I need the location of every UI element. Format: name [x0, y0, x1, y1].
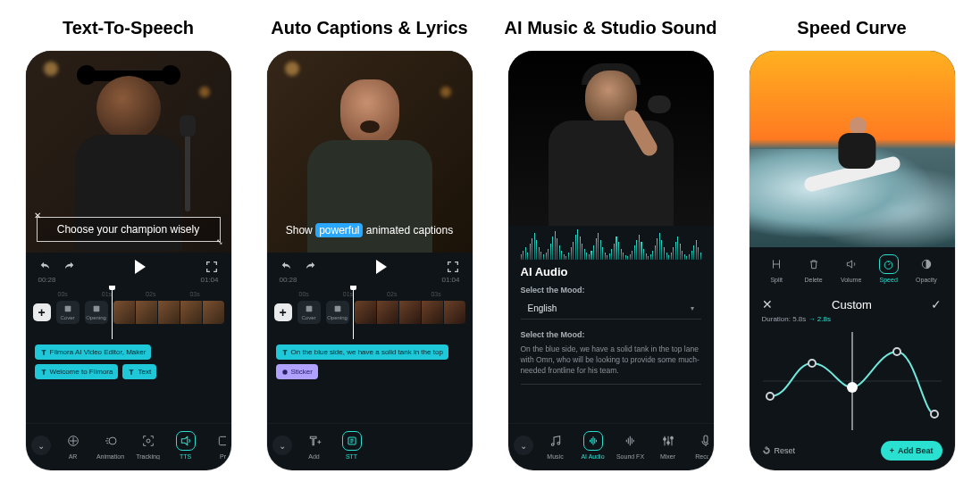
split-tool[interactable]: Split: [766, 254, 786, 283]
caption-overlay: Show powerful animated captions: [278, 219, 462, 242]
svg-rect-6: [306, 306, 312, 312]
svg-point-4: [147, 439, 150, 443]
time-current: 00:28: [38, 276, 56, 284]
timeline[interactable]: 00s01s02s03s + Cover Opening: [267, 286, 473, 339]
preset-tool[interactable]: Pr: [206, 431, 226, 460]
opacity-tool[interactable]: Opacity: [916, 254, 937, 283]
svg-point-8: [282, 369, 287, 374]
fullscreen-icon[interactable]: [205, 260, 219, 274]
curve-footer: Reset +Add Beat: [750, 436, 955, 470]
panel-1-title: Text-To-Speech: [63, 18, 194, 38]
volume-tool[interactable]: Volume: [841, 254, 861, 283]
overlay-text: Choose your champion wisely: [57, 223, 199, 236]
svg-point-20: [766, 393, 774, 400]
play-button[interactable]: [135, 260, 146, 274]
chevron-down-icon: ▾: [691, 304, 694, 312]
video-preview[interactable]: Show powerful animated captions: [267, 51, 473, 253]
svg-point-21: [808, 360, 816, 367]
chevron-down-icon[interactable]: ⌄: [31, 436, 51, 455]
sparkle-icon: [63, 431, 83, 451]
svg-rect-15: [704, 436, 708, 443]
text-track: Filmora AI Video Editor, Maker Welcome t…: [26, 339, 231, 385]
svg-point-22: [847, 382, 858, 393]
tracking-tool[interactable]: Tracking: [131, 431, 165, 460]
audio-waveform: [508, 226, 714, 260]
panel-2-title: Auto Captions & Lyrics: [271, 18, 467, 38]
sticker-tag[interactable]: Sticker: [276, 364, 318, 379]
ai-audio-icon: [583, 431, 603, 451]
close-icon[interactable]: ✕: [762, 297, 773, 311]
video-preview[interactable]: ✕ Choose your champion wisely ⤡: [26, 51, 231, 253]
highlighted-word: powerful: [315, 223, 363, 237]
tts-tool[interactable]: TTS: [169, 431, 203, 460]
playhead[interactable]: [353, 286, 354, 339]
mood-label-1: Select the Mood:: [508, 282, 714, 298]
transcript-text[interactable]: On the blue side, we have a solid tank i…: [521, 344, 701, 385]
redo-icon[interactable]: [62, 260, 76, 274]
add-clip-button[interactable]: +: [274, 303, 292, 321]
text-track: On the blue side, we have a solid tank i…: [267, 339, 473, 385]
add-text-tool[interactable]: Add: [297, 431, 331, 460]
mic-icon: [696, 431, 708, 451]
svg-point-10: [551, 444, 554, 446]
speed-curve-graph[interactable]: [762, 332, 942, 430]
transport-bar: [26, 253, 231, 276]
time-total: 01:04: [200, 276, 218, 284]
undo-icon[interactable]: [280, 260, 294, 274]
edit-toolbar: Split Delete Volume Speed Opacity: [750, 247, 955, 288]
record-tool[interactable]: Record: [689, 431, 708, 460]
soundfx-tool[interactable]: Sound FX: [614, 431, 648, 460]
add-beat-button[interactable]: +Add Beat: [881, 441, 942, 461]
reset-button[interactable]: Reset: [762, 446, 796, 455]
chevron-down-icon[interactable]: ⌄: [514, 436, 533, 455]
ar-tool[interactable]: AR: [56, 431, 90, 460]
music-tool[interactable]: Music: [539, 431, 573, 460]
play-button[interactable]: [376, 260, 387, 274]
timeline[interactable]: 00s01s02s03s + Cover Opening: [26, 286, 231, 339]
text-overlay[interactable]: ✕ Choose your champion wisely ⤡: [37, 217, 221, 242]
undo-icon[interactable]: [38, 260, 53, 274]
ai-audio-tool[interactable]: AI Audio: [576, 431, 610, 460]
volume-icon: [842, 254, 861, 274]
caption-tag[interactable]: On the blue side, we have a solid tank i…: [276, 344, 448, 360]
text-tag[interactable]: Text: [122, 364, 156, 379]
target-icon: [138, 431, 158, 451]
speed-tool[interactable]: Speed: [879, 254, 899, 283]
animation-tool[interactable]: Animation: [94, 431, 128, 460]
tts-icon: [176, 431, 196, 451]
text-tag[interactable]: Filmora AI Video Editor, Maker: [35, 344, 152, 360]
video-clip[interactable]: [355, 301, 465, 324]
svg-point-23: [893, 348, 900, 355]
resize-handle-icon[interactable]: ⤡: [216, 237, 223, 246]
video-clip[interactable]: [113, 301, 224, 324]
speed-icon: [879, 254, 899, 274]
playhead[interactable]: [112, 286, 113, 339]
redo-icon[interactable]: [303, 260, 317, 274]
phone-2: Show powerful animated captions 00:28 01…: [267, 51, 473, 470]
video-preview[interactable]: [750, 51, 955, 247]
cover-button[interactable]: Cover: [56, 301, 80, 324]
text-tag[interactable]: Welcome to Filmora: [35, 364, 119, 379]
opening-button[interactable]: Opening: [85, 301, 108, 324]
duration-display: Duration: 5.8s → 2.8s: [750, 315, 955, 328]
chevron-down-icon[interactable]: ⌄: [272, 436, 292, 455]
split-icon: [766, 254, 786, 274]
bottom-toolbar: ⌄ Add STT: [267, 423, 473, 470]
add-clip-button[interactable]: +: [33, 303, 51, 321]
svg-point-13: [666, 442, 669, 444]
select-value: English: [528, 303, 557, 313]
svg-point-24: [931, 411, 938, 418]
video-preview[interactable]: [508, 51, 714, 226]
mood-label-2: Select the Mood:: [508, 327, 714, 343]
opening-button[interactable]: Opening: [326, 301, 349, 324]
phone-3: AI Audio Select the Mood: English ▾ Sele…: [508, 51, 714, 470]
cover-button[interactable]: Cover: [297, 301, 321, 324]
confirm-icon[interactable]: ✓: [931, 297, 942, 311]
stt-tool[interactable]: STT: [335, 431, 369, 460]
transport-bar: [267, 253, 473, 276]
delete-tool[interactable]: Delete: [804, 254, 824, 283]
close-icon[interactable]: ✕: [34, 211, 41, 220]
fullscreen-icon[interactable]: [446, 260, 460, 274]
mixer-tool[interactable]: Mixer: [651, 431, 685, 460]
language-select[interactable]: English ▾: [521, 298, 701, 320]
